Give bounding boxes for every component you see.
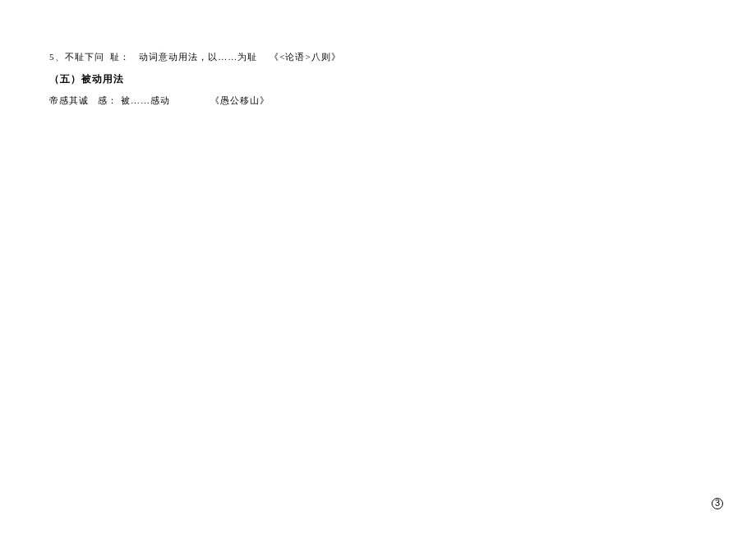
spacer <box>170 93 210 109</box>
entry-line-5: 5、 不耻下问 耻： 动词意动用法，以……为耻 《<论语>八则》 <box>49 49 707 66</box>
entry-word-label: 感： <box>98 93 118 109</box>
spacer <box>104 49 111 66</box>
spacer <box>257 49 270 66</box>
entry-phrase: 不耻下问 <box>65 49 104 66</box>
spacer <box>89 93 98 109</box>
entry-word-label: 耻： <box>110 49 130 66</box>
entry-explanation: 动词意动用法，以……为耻 <box>139 49 257 66</box>
entry-source: 《愚公移山》 <box>210 93 270 109</box>
entry-index: 5、 <box>49 49 65 66</box>
section-heading: （五）被动用法 <box>49 71 707 89</box>
entry-line-passive: 帝感其诚 感： 被……感动 《愚公移山》 <box>49 93 707 109</box>
entry-phrase: 帝感其诚 <box>49 93 89 109</box>
spacer <box>130 49 139 66</box>
entry-explanation: 被……感动 <box>121 93 170 109</box>
page-number: 3 <box>712 498 723 509</box>
entry-source: 《<论语>八则》 <box>270 49 340 66</box>
